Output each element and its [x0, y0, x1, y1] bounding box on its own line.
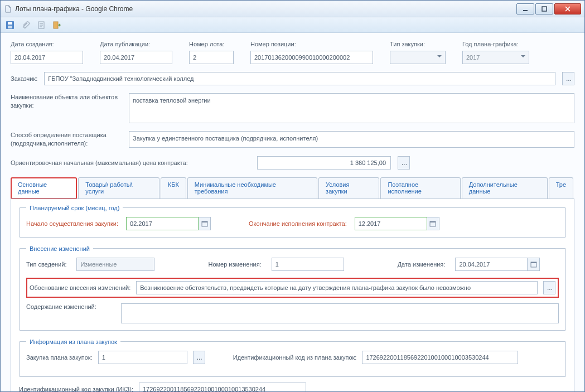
purchase-type-label: Тип закупки:	[390, 41, 446, 47]
change-content-label: Содержание изменений:	[26, 303, 115, 310]
toolbar	[1, 17, 584, 33]
plan-purchase-label: Закупка плана закупок:	[26, 354, 93, 361]
justification-row: Обоснование внесения изменений: ...	[26, 278, 559, 298]
position-number-field[interactable]	[250, 51, 373, 64]
justification-label: Обоснование внесения изменений:	[30, 284, 130, 291]
change-content-textarea[interactable]	[121, 303, 559, 323]
lot-number-field[interactable]	[189, 51, 234, 64]
start-date-label: Начало осуществления закупки:	[26, 220, 118, 227]
maximize-button[interactable]	[535, 3, 553, 14]
svg-rect-8	[202, 221, 207, 222]
ident-plan-label: Идентификационный код из плана закупок:	[233, 354, 357, 361]
end-date-label: Окончание исполнения контракта:	[249, 220, 347, 227]
changes-fieldset: Внесение изменений Тип сведений: Номер и…	[19, 245, 566, 331]
change-number-field[interactable]	[272, 258, 344, 271]
justification-lookup-button[interactable]: ...	[543, 281, 555, 294]
change-date-label: Дата изменения:	[398, 261, 446, 268]
tab-conditions[interactable]: Условия закупки	[318, 177, 379, 199]
close-button[interactable]	[554, 3, 581, 14]
year-select[interactable]: 2017	[462, 51, 529, 64]
tab-more[interactable]: Тре	[549, 177, 573, 199]
price-field[interactable]	[257, 156, 391, 170]
object-textarea[interactable]: поставка тепловой энергии	[129, 93, 574, 123]
price-label: Ориентировочная начальная (максимальная)…	[11, 159, 250, 166]
ident-plan-field[interactable]	[362, 351, 518, 364]
ikz-field[interactable]	[139, 383, 306, 391]
attachment-icon[interactable]	[21, 20, 31, 30]
change-type-label: Тип сведений:	[26, 261, 66, 268]
exit-icon[interactable]	[52, 20, 62, 30]
plan-purchase-field[interactable]	[98, 351, 187, 364]
creation-date-field[interactable]	[11, 51, 83, 64]
justification-field[interactable]	[136, 281, 538, 294]
start-date-field[interactable]	[126, 217, 199, 230]
calendar-icon[interactable]	[528, 258, 540, 271]
plan-info-fieldset: Информация из плана закупок Закупка план…	[19, 338, 566, 377]
tab-goods[interactable]: Товары\ работы\ услуги	[78, 177, 159, 199]
customer-field[interactable]	[44, 72, 555, 85]
titlebar: Лоты плана-графика - Google Chrome	[1, 1, 584, 17]
year-label: Год плана-графика:	[462, 41, 529, 47]
app-window: Лоты плана-графика - Google Chrome Дата …	[0, 0, 585, 392]
svg-rect-12	[531, 262, 536, 263]
svg-rect-3	[8, 22, 12, 25]
position-number-label: Номер позиции:	[250, 41, 373, 47]
svg-rect-1	[542, 7, 547, 11]
document-icon[interactable]	[36, 20, 46, 30]
customer-lookup-button[interactable]: ...	[562, 72, 574, 85]
end-date-field[interactable]	[355, 217, 427, 230]
creation-date-label: Дата создания:	[11, 41, 83, 47]
tab-panel: Планируемый срок (месяц, год) Начало осу…	[11, 199, 574, 391]
svg-rect-10	[430, 221, 436, 222]
lot-number-label: Номер лота:	[189, 41, 234, 47]
minimize-button[interactable]	[516, 3, 534, 14]
svg-rect-6	[54, 22, 58, 28]
calendar-icon[interactable]	[427, 217, 439, 230]
plan-info-legend: Информация из плана закупок	[26, 338, 120, 345]
calendar-icon[interactable]	[199, 217, 211, 230]
publication-date-label: Дата публикации:	[100, 41, 172, 47]
svg-rect-0	[523, 10, 528, 11]
window-title: Лоты плана-графика - Google Chrome	[15, 5, 133, 13]
change-date-field[interactable]	[455, 258, 528, 271]
object-label: Наименование объекта или объектов закупк…	[11, 93, 122, 110]
tab-kbk[interactable]: КБК	[161, 177, 186, 199]
planned-period-fieldset: Планируемый срок (месяц, год) Начало осу…	[19, 205, 566, 238]
tab-min-req[interactable]: Минимальные необходимые требования	[187, 177, 317, 199]
change-type-field	[76, 258, 154, 271]
content-area: Дата создания: Дата публикации: Номер ло…	[1, 33, 584, 391]
method-textarea[interactable]: Закупка у единственного поставщика (подр…	[129, 131, 574, 148]
customer-label: Заказчик:	[11, 75, 37, 82]
ikz-label: Идентификационный код закупки (ИКЗ):	[19, 386, 133, 391]
publication-date-field[interactable]	[100, 51, 172, 64]
changes-legend: Внесение изменений	[26, 245, 93, 252]
plan-purchase-lookup-button[interactable]: ...	[193, 351, 205, 364]
tab-staged[interactable]: Поэтапное исполнение	[380, 177, 460, 199]
tab-basic-data[interactable]: Основные данные	[11, 177, 77, 199]
svg-rect-4	[8, 26, 12, 28]
purchase-type-select[interactable]	[390, 51, 446, 64]
change-number-label: Номер изменения:	[208, 261, 261, 268]
save-button[interactable]	[5, 20, 15, 30]
tab-bar: Основные данные Товары\ работы\ услуги К…	[11, 177, 574, 199]
page-icon	[4, 5, 12, 13]
planned-period-legend: Планируемый срок (месяц, год)	[26, 205, 123, 211]
tab-additional[interactable]: Дополнительные данные	[462, 177, 548, 199]
price-lookup-button[interactable]: ...	[398, 156, 410, 170]
method-label: Способ определения поставщика (подрядчик…	[11, 131, 122, 148]
